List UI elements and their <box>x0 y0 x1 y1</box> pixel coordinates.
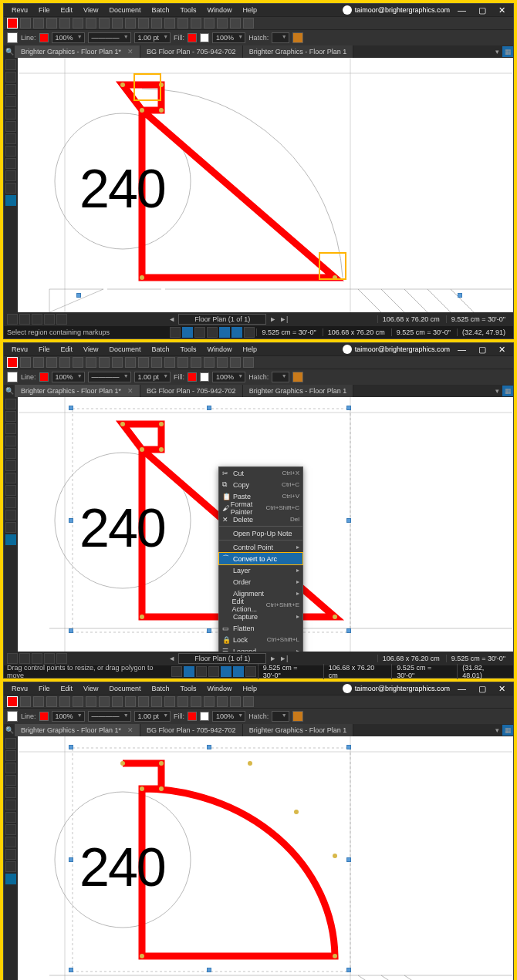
line-width-combo[interactable]: 1.00 pt <box>134 711 171 722</box>
btool-5-icon[interactable] <box>56 314 67 325</box>
ltool-7-icon[interactable] <box>5 473 16 483</box>
style-apply-icon[interactable] <box>292 711 303 722</box>
tool-text-box[interactable] <box>7 357 18 368</box>
ctx-format-painter[interactable]: 🖌Format PainterCtrl+Shift+C <box>219 502 302 514</box>
menu-help[interactable]: Help <box>238 6 262 14</box>
selection-handle[interactable] <box>69 745 73 749</box>
sb-snap3-icon[interactable] <box>208 666 219 677</box>
ltool-8-icon[interactable] <box>5 146 16 157</box>
ltool-4-icon[interactable] <box>5 436 16 446</box>
tool-callout-icon[interactable] <box>99 696 110 707</box>
btool-2-icon[interactable] <box>19 314 30 325</box>
doc-tab-1-close[interactable]: ✕ <box>127 726 133 734</box>
tool-misc3-icon[interactable] <box>177 357 188 368</box>
ltool-2-icon[interactable] <box>5 411 16 422</box>
tool-highlight-icon[interactable] <box>33 696 44 707</box>
sb-grid-icon[interactable] <box>170 327 181 338</box>
sb-snap6-icon[interactable] <box>244 327 255 338</box>
ltool-3-icon[interactable] <box>5 84 16 95</box>
canvas[interactable]: 240 <box>18 736 513 980</box>
tool-stamp-icon[interactable] <box>73 357 83 368</box>
maximize-button[interactable]: ▢ <box>474 684 491 694</box>
selection-handle[interactable] <box>207 406 211 410</box>
line-opacity-combo[interactable]: 100% <box>52 32 85 43</box>
tool-cloud-icon[interactable] <box>86 696 96 707</box>
ltool-11-icon[interactable] <box>5 861 16 872</box>
tool-cloud-icon[interactable] <box>86 18 96 29</box>
search-icon[interactable]: 🔍 <box>4 386 15 396</box>
tool-highlight-icon[interactable] <box>33 357 44 368</box>
menu-revu[interactable]: Revu <box>7 6 32 14</box>
btool-1-icon[interactable] <box>7 314 18 325</box>
ltool-1-icon[interactable] <box>5 59 16 70</box>
nav-prev-icon[interactable]: ◄ <box>168 315 175 323</box>
sb-grid-icon[interactable] <box>171 666 182 677</box>
tool-misc5-icon[interactable] <box>204 696 215 707</box>
ltool-1-icon[interactable] <box>5 399 16 409</box>
line-width-combo[interactable]: 1.00 pt <box>134 372 171 382</box>
nav-next-icon[interactable]: ► <box>269 655 276 662</box>
menu-file[interactable]: File <box>34 685 55 692</box>
fill-color-swatch[interactable] <box>188 33 197 42</box>
doc-tab-1[interactable]: Brighter Graphics - Floor Plan 1*✕ <box>15 45 140 58</box>
ctx-edit-action[interactable]: Edit Action...Ctrl+Shift+E <box>219 599 302 611</box>
close-button[interactable]: ✕ <box>494 345 510 355</box>
ctx-capture[interactable]: Capture <box>219 611 302 622</box>
ctx-convert-to-arc[interactable]: ⌒Convert to Arc <box>219 553 302 564</box>
ltool-2-icon[interactable] <box>5 750 16 761</box>
doc-tab-2[interactable]: BG Floor Plan - 705-942-702 <box>140 385 243 397</box>
selection-handle[interactable] <box>69 857 73 862</box>
doc-tab-1-close[interactable]: ✕ <box>127 48 133 56</box>
doc-tab-3[interactable]: Brighter Graphics - Floor Plan 1 <box>243 45 354 58</box>
ltool-4-icon[interactable] <box>5 775 16 786</box>
tool-stamp-icon[interactable] <box>73 18 83 29</box>
btool-4-icon[interactable] <box>44 653 55 664</box>
ctx-popup-note[interactable]: Open Pop-Up Note <box>219 527 302 539</box>
menu-document[interactable]: Document <box>104 345 145 353</box>
ltool-12-icon[interactable] <box>5 874 16 884</box>
btool-4-icon[interactable] <box>44 314 55 325</box>
ltool-12-icon[interactable] <box>5 195 16 206</box>
tool-misc5-icon[interactable] <box>204 18 215 29</box>
menu-edit[interactable]: Edit <box>56 685 78 692</box>
page-field[interactable]: Floor Plan (1 of 1) <box>178 314 266 325</box>
hatch-combo[interactable] <box>272 711 289 722</box>
ltool-1-icon[interactable] <box>5 738 16 749</box>
sb-snap1-icon[interactable] <box>184 666 194 677</box>
tool-misc1-icon[interactable] <box>151 18 162 29</box>
ltool-11-icon[interactable] <box>5 183 16 194</box>
sb-snap3-icon[interactable] <box>207 327 218 338</box>
menu-edit[interactable]: Edit <box>56 6 78 14</box>
menu-window[interactable]: Window <box>202 685 236 692</box>
ltool-10-icon[interactable] <box>5 849 16 860</box>
line-opacity-combo[interactable]: 100% <box>52 711 85 722</box>
style-apply-icon[interactable] <box>292 32 303 43</box>
tool-highlight-icon[interactable] <box>33 18 44 29</box>
doc-tab-3[interactable]: Brighter Graphics - Floor Plan 1 <box>243 385 354 397</box>
tool-misc5-icon[interactable] <box>204 357 215 368</box>
doc-tab-1-close[interactable]: ✕ <box>127 387 133 395</box>
tool-misc6-icon[interactable] <box>217 18 228 29</box>
tool-callout-icon[interactable] <box>99 18 110 29</box>
fill-color-swatch[interactable] <box>188 372 197 382</box>
menu-tools[interactable]: Tools <box>175 345 201 353</box>
tool-misc7-icon[interactable] <box>230 18 241 29</box>
style-color-picker-icon[interactable] <box>7 372 18 382</box>
tool-misc8-icon[interactable] <box>243 357 254 368</box>
tool-misc8-icon[interactable] <box>243 696 254 707</box>
selection-handle[interactable] <box>346 518 351 523</box>
tool-misc2-icon[interactable] <box>164 357 175 368</box>
ltool-2-icon[interactable] <box>5 72 16 83</box>
sb-snap4-icon[interactable] <box>219 327 230 338</box>
fill-opacity-combo[interactable]: 100% <box>212 711 245 722</box>
search-icon[interactable]: 🔍 <box>4 46 15 57</box>
ltool-9-icon[interactable] <box>5 158 16 169</box>
selection-handle[interactable] <box>346 857 351 862</box>
nav-prev-icon[interactable]: ◄ <box>168 655 175 662</box>
btool-3-icon[interactable] <box>32 314 42 325</box>
line-width-combo[interactable]: 1.00 pt <box>134 32 171 43</box>
ltool-12-icon[interactable] <box>5 534 16 545</box>
tool-misc6-icon[interactable] <box>217 696 228 707</box>
ltool-9-icon[interactable] <box>5 497 16 508</box>
ctx-legend[interactable]: ☰Legend <box>219 645 302 652</box>
